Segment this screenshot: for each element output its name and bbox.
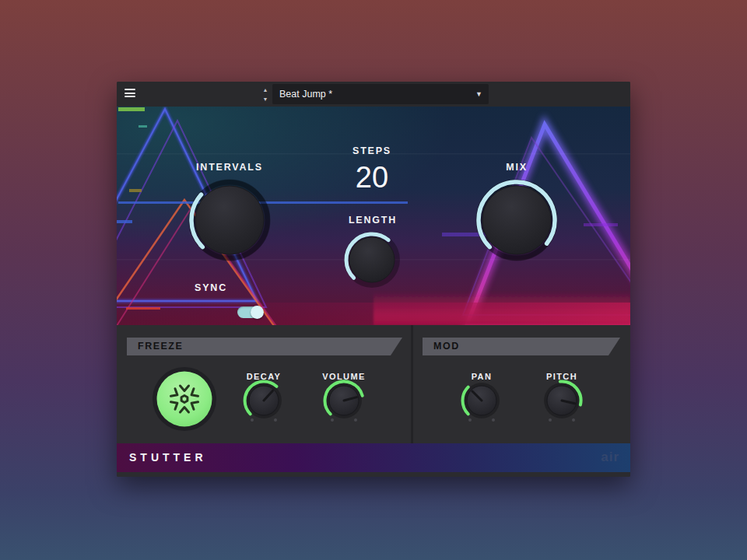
preset-up-icon[interactable]: ▲ bbox=[260, 85, 271, 94]
preset-spinner: ▲ ▼ bbox=[260, 85, 271, 103]
volume-knob[interactable] bbox=[321, 377, 367, 424]
window-bottom-edge bbox=[117, 472, 630, 477]
intervals-knob[interactable] bbox=[187, 177, 272, 263]
intervals-label: INTERVALS bbox=[196, 162, 263, 173]
section-divider bbox=[411, 325, 413, 443]
steps-value[interactable]: 20 bbox=[356, 161, 388, 194]
top-bar: ▲ ▼ Beat Jump * ▼ bbox=[117, 82, 630, 107]
mod-section-header: MOD bbox=[423, 338, 620, 355]
preset-down-icon[interactable]: ▼ bbox=[260, 94, 271, 103]
mix-knob[interactable] bbox=[474, 177, 559, 263]
chevron-down-icon: ▼ bbox=[475, 84, 482, 104]
sync-toggle[interactable] bbox=[237, 306, 263, 318]
freeze-button[interactable] bbox=[149, 364, 219, 434]
pitch-knob[interactable] bbox=[538, 377, 585, 424]
stutter-plugin-window: ▲ ▼ Beat Jump * ▼ bbox=[117, 82, 630, 477]
sync-toggle-thumb bbox=[251, 306, 264, 319]
length-label: LENGTH bbox=[349, 215, 397, 226]
lower-panel: FREEZE MOD DECAY VOLUME PAN PITCH bbox=[117, 325, 630, 443]
main-display: INTERVALS STEPS 20 LENGTH MIX SYNC bbox=[117, 107, 630, 325]
mix-label: MIX bbox=[506, 162, 528, 173]
freeze-section-header: FREEZE bbox=[127, 338, 402, 355]
hamburger-menu-icon[interactable] bbox=[124, 89, 135, 99]
preset-selector[interactable]: Beat Jump * ▼ bbox=[272, 84, 489, 104]
sync-label: SYNC bbox=[195, 282, 227, 293]
footer-bar: STUTTER air bbox=[117, 443, 630, 472]
decay-knob[interactable] bbox=[240, 377, 287, 424]
pan-knob[interactable] bbox=[458, 377, 505, 424]
plugin-title: STUTTER bbox=[129, 443, 207, 472]
preset-name: Beat Jump * bbox=[279, 89, 332, 100]
length-knob[interactable] bbox=[341, 229, 403, 291]
air-logo: air bbox=[601, 443, 619, 471]
steps-label: STEPS bbox=[352, 145, 391, 156]
